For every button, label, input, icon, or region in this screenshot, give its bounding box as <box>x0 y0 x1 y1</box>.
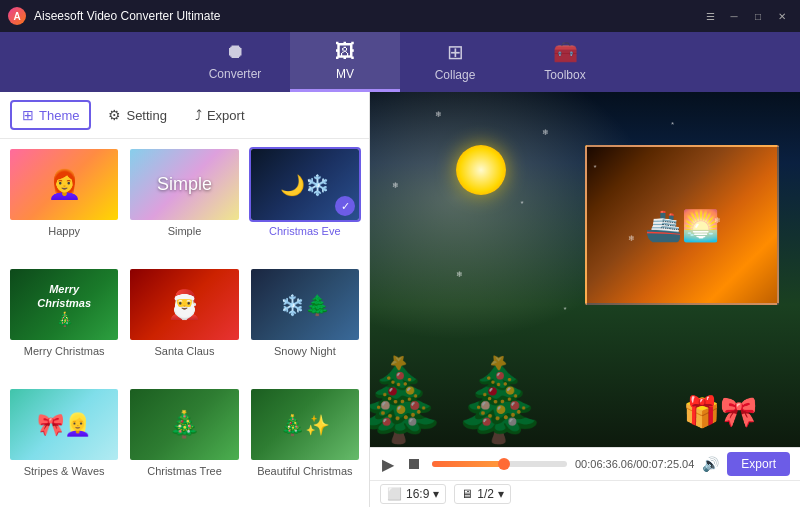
ratio-select[interactable]: ⬜ 16:9 ▾ <box>380 484 446 504</box>
preview-video-frame: 🚢🌅 <box>585 145 779 305</box>
progress-bar[interactable] <box>432 461 567 467</box>
theme-item-christmas-eve[interactable]: 🌙❄️ ✓ Christmas Eve <box>249 147 361 259</box>
converter-icon: ⏺ <box>225 40 245 63</box>
close-button[interactable]: ✕ <box>772 8 792 24</box>
ratio-icon: ⬜ <box>387 487 402 501</box>
screen-icon: 🖥 <box>461 487 473 501</box>
theme-thumb-stripes-waves: 🎀👱‍♀️ <box>8 387 120 462</box>
preview-area: 🚢🌅 🎄🎄 🎁🎀 ❄ ❄ * ❄ * ❄ * ❄ * ❄ <box>370 92 800 447</box>
ratio-value: 16:9 <box>406 487 429 501</box>
tab-mv-label: MV <box>336 67 354 81</box>
theme-thumb-simple: Simple <box>128 147 240 222</box>
sub-tab-export-label: Export <box>207 108 245 123</box>
theme-grid: 👩‍🦰 Happy Simple Simple 🌙❄️ <box>0 139 369 507</box>
theme-item-simple[interactable]: Simple Simple <box>128 147 240 259</box>
preview-moon <box>456 145 506 195</box>
stop-button[interactable]: ⏹ <box>404 453 424 475</box>
theme-item-beautiful-christmas[interactable]: 🎄✨ Beautiful Christmas <box>249 387 361 499</box>
theme-label-santa-claus: Santa Claus <box>155 345 215 357</box>
right-panel: 🚢🌅 🎄🎄 🎁🎀 ❄ ❄ * ❄ * ❄ * ❄ * ❄ <box>370 92 800 507</box>
tab-mv[interactable]: 🖼 MV <box>290 32 400 92</box>
theme-label-christmas-eve: Christmas Eve <box>269 225 341 237</box>
theme-label-happy: Happy <box>48 225 80 237</box>
app-logo: A <box>8 7 26 25</box>
screen-chevron-icon: ▾ <box>498 487 504 501</box>
theme-label-simple: Simple <box>168 225 202 237</box>
progress-thumb <box>498 458 510 470</box>
theme-thumb-beautiful-christmas: 🎄✨ <box>249 387 361 462</box>
maximize-button[interactable]: □ <box>748 8 768 24</box>
theme-selected-check: ✓ <box>335 196 355 216</box>
setting-gear-icon: ⚙ <box>108 107 121 123</box>
main-area: ⊞ Theme ⚙ Setting ⤴ Export 👩‍🦰 H <box>0 92 800 507</box>
screen-select[interactable]: 🖥 1/2 ▾ <box>454 484 511 504</box>
sub-tab-theme-label: Theme <box>39 108 79 123</box>
theme-item-stripes-waves[interactable]: 🎀👱‍♀️ Stripes & Waves <box>8 387 120 499</box>
title-bar: A Aiseesoft Video Converter Ultimate ☰ ─… <box>0 0 800 32</box>
export-button[interactable]: Export <box>727 452 790 476</box>
controls-bar2: ⬜ 16:9 ▾ 🖥 1/2 ▾ <box>370 480 800 507</box>
preview-trees: 🎄🎄 <box>370 353 549 447</box>
sub-tab-setting-label: Setting <box>126 108 166 123</box>
app-title: Aiseesoft Video Converter Ultimate <box>34 9 700 23</box>
ratio-chevron-icon: ▾ <box>433 487 439 501</box>
sub-tab-setting[interactable]: ⚙ Setting <box>97 101 177 129</box>
theme-item-snowy-night[interactable]: ❄️🌲 Snowy Night <box>249 267 361 379</box>
screen-value: 1/2 <box>477 487 494 501</box>
tab-toolbox-label: Toolbox <box>544 68 585 82</box>
theme-thumb-happy: 👩‍🦰 <box>8 147 120 222</box>
theme-grid-icon: ⊞ <box>22 107 34 123</box>
theme-thumb-merry-christmas: Merry Christmas 🎄 <box>8 267 120 342</box>
volume-icon[interactable]: 🔊 <box>702 456 719 472</box>
export-arrow-icon: ⤴ <box>195 107 202 123</box>
menu-button[interactable]: ☰ <box>700 8 720 24</box>
sub-tabs: ⊞ Theme ⚙ Setting ⤴ Export <box>0 92 369 139</box>
preview-gifts: 🎁🎀 <box>683 394 757 429</box>
play-button[interactable]: ▶ <box>380 453 396 476</box>
tab-converter[interactable]: ⏺ Converter <box>180 32 290 92</box>
collage-icon: ⊞ <box>447 40 464 64</box>
theme-label-snowy-night: Snowy Night <box>274 345 336 357</box>
theme-item-happy[interactable]: 👩‍🦰 Happy <box>8 147 120 259</box>
window-controls: ☰ ─ □ ✕ <box>700 8 792 24</box>
theme-item-merry-christmas[interactable]: Merry Christmas 🎄 Merry Christmas <box>8 267 120 379</box>
minimize-button[interactable]: ─ <box>724 8 744 24</box>
theme-item-santa-claus[interactable]: 🎅 Santa Claus <box>128 267 240 379</box>
theme-thumb-snowy-night: ❄️🌲 <box>249 267 361 342</box>
left-panel: ⊞ Theme ⚙ Setting ⤴ Export 👩‍🦰 H <box>0 92 370 507</box>
theme-item-christmas-tree[interactable]: 🎄 Christmas Tree <box>128 387 240 499</box>
nav-bar: ⏺ Converter 🖼 MV ⊞ Collage 🧰 Toolbox <box>0 32 800 92</box>
theme-label-stripes-waves: Stripes & Waves <box>24 465 105 477</box>
theme-label-christmas-tree: Christmas Tree <box>147 465 222 477</box>
sub-tab-export[interactable]: ⤴ Export <box>184 101 256 129</box>
theme-thumb-santa-claus: 🎅 <box>128 267 240 342</box>
tab-collage[interactable]: ⊞ Collage <box>400 32 510 92</box>
logo-char: A <box>13 11 20 22</box>
sub-tab-theme[interactable]: ⊞ Theme <box>10 100 91 130</box>
mv-icon: 🖼 <box>335 40 355 63</box>
theme-label-merry-christmas: Merry Christmas <box>24 345 105 357</box>
tab-collage-label: Collage <box>435 68 476 82</box>
tab-toolbox[interactable]: 🧰 Toolbox <box>510 32 620 92</box>
toolbox-icon: 🧰 <box>553 40 578 64</box>
theme-thumb-christmas-eve: 🌙❄️ ✓ <box>249 147 361 222</box>
theme-thumb-christmas-tree: 🎄 <box>128 387 240 462</box>
progress-fill <box>432 461 504 467</box>
tab-converter-label: Converter <box>209 67 262 81</box>
controls-bar: ▶ ⏹ 00:06:36.06/00:07:25.04 🔊 Export <box>370 447 800 480</box>
time-display: 00:06:36.06/00:07:25.04 <box>575 458 694 470</box>
theme-label-beautiful-christmas: Beautiful Christmas <box>257 465 352 477</box>
